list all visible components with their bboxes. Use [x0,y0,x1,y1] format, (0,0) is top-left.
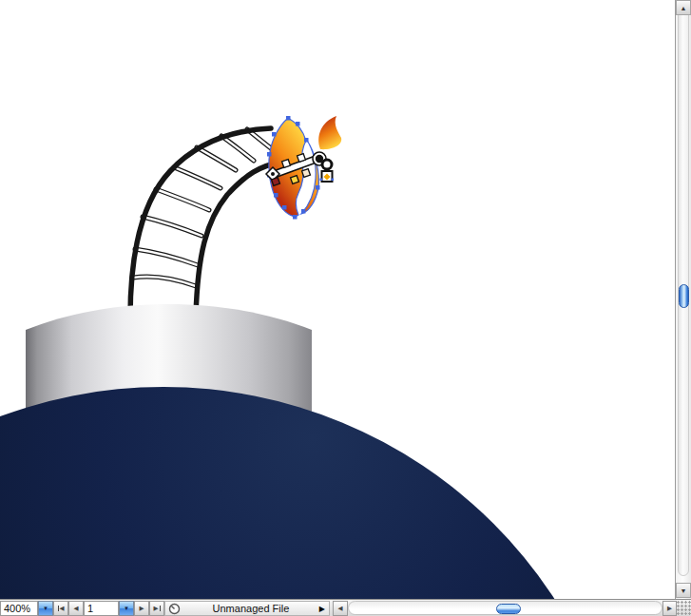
scroll-right-button[interactable]: ▶ [662,601,677,616]
scroll-left-icon: ◀ [338,606,343,612]
zoom-dropdown-button[interactable]: ▼ [38,601,53,616]
scroll-right-icon: ▶ [667,606,672,612]
file-status-label: Unmanaged File [182,603,319,614]
spark-flame[interactable] [318,116,341,149]
next-page-button[interactable]: ▶ [134,601,149,616]
bomb-illustration [0,0,675,599]
right-triangle-icon: ▶ [154,606,159,612]
previous-page-button[interactable]: ◀ [68,601,84,616]
last-page-icon [160,606,161,611]
bomb-body[interactable] [0,387,630,599]
chevron-down-icon: ▼ [124,606,129,611]
file-status-well: Unmanaged File ▶ [164,601,330,616]
version-status-button[interactable] [165,602,182,615]
clock-icon [168,603,181,615]
page-number-field[interactable] [84,601,119,616]
page-dropdown-button[interactable]: ▼ [119,601,134,616]
status-popup-arrow-icon[interactable]: ▶ [319,605,325,613]
artboard-canvas[interactable] [0,0,675,599]
document-window: ▲ ▼ ▼ ◀ ◀ ▼ ▶ ▶ [0,0,691,616]
scroll-down-icon: ▼ [681,587,687,594]
last-page-button[interactable]: ▶ [149,601,164,616]
horizontal-scrollbar-thumb[interactable] [496,604,521,614]
gradient-stop-yellow[interactable] [291,176,299,184]
chevron-down-icon: ▼ [43,606,48,611]
vertical-scrollbar[interactable]: ▲ ▼ [675,0,691,599]
left-triangle-icon: ◀ [60,606,65,612]
scroll-left-button[interactable]: ◀ [333,601,348,616]
fuse[interactable] [130,128,281,318]
resize-grip[interactable] [677,601,691,616]
scroll-up-button[interactable]: ▲ [676,0,691,15]
gradient-tool-widget[interactable] [320,160,335,182]
gradient-stop-cream[interactable] [302,169,311,178]
scroll-down-button[interactable]: ▼ [676,583,691,598]
right-triangle-icon: ▶ [140,606,144,612]
zoom-level-field[interactable] [0,601,38,616]
left-triangle-icon: ◀ [74,606,79,612]
status-bar: ▼ ◀ ◀ ▼ ▶ ▶ Unmanaged File ▶ [0,599,691,616]
horizontal-scrollbar-track[interactable] [348,601,662,615]
gradient-midpoint[interactable] [282,160,291,168]
first-page-icon [58,606,59,611]
vertical-scrollbar-thumb[interactable] [679,284,689,308]
first-page-button[interactable]: ◀ [53,601,68,616]
gradient-midpoint[interactable] [298,154,306,163]
scroll-up-icon: ▲ [681,5,687,11]
gradient-stop-red[interactable] [272,178,280,186]
